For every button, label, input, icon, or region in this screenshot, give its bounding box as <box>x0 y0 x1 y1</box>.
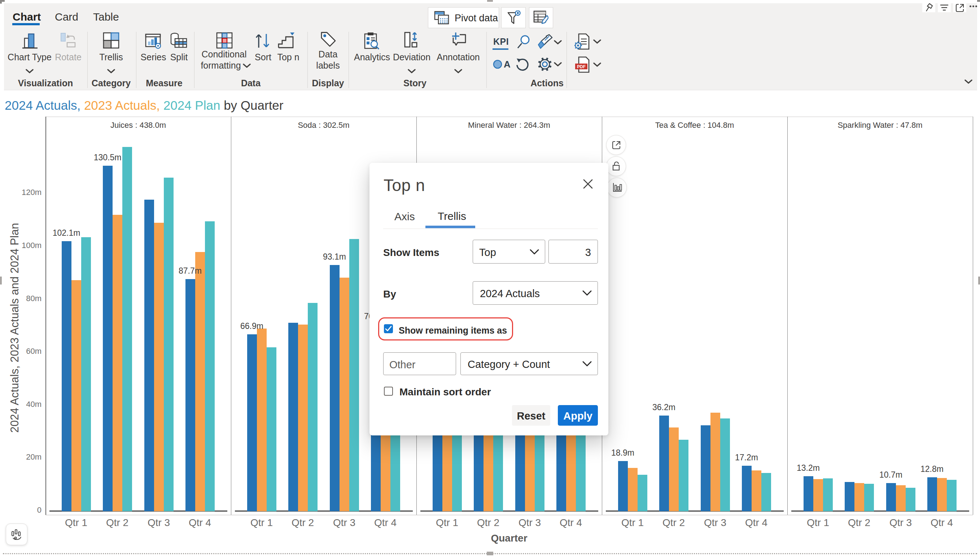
svg-text:PDF: PDF <box>577 64 586 70</box>
